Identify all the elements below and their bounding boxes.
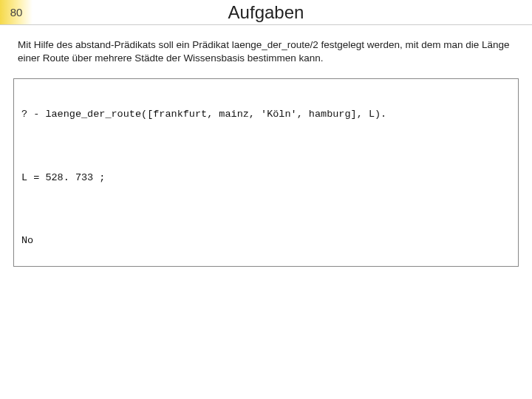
slide-number-box: 80 [0, 0, 33, 24]
code-example-box: ? - laenge_der_route([frankfurt, mainz, … [13, 78, 519, 267]
slide-header: 80 Aufgaben [0, 0, 532, 25]
page-title: Aufgaben [228, 2, 304, 23]
slide-number: 80 [10, 6, 23, 18]
title-wrap: Aufgaben [33, 0, 532, 24]
code-line-result: L = 528. 733 ; [21, 173, 511, 183]
code-line-no: No [21, 236, 511, 246]
code-line-query: ? - laenge_der_route([frankfurt, mainz, … [21, 109, 511, 120]
task-paragraph: Mit Hilfe des abstand-Prädikats soll ein… [0, 25, 532, 75]
